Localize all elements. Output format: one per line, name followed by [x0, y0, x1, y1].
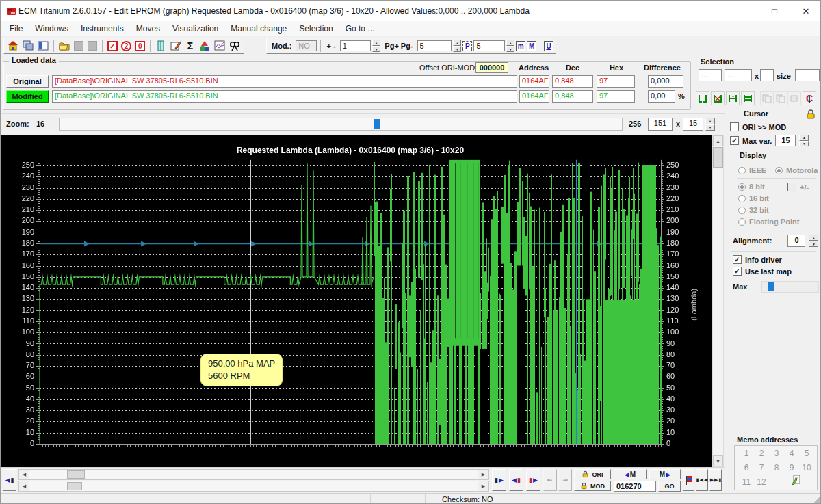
selection-start-field[interactable]: ... [699, 69, 722, 81]
next-map-button[interactable]: M▶ [649, 469, 681, 479]
ori-to-mod-checkbox[interactable]: ORI >> MOD [730, 122, 786, 131]
page2-spinner[interactable]: ▲▼ [506, 40, 514, 52]
scroll-right-icon[interactable]: ▶ [478, 481, 488, 491]
map-size-spinner[interactable]: ▲▼ [705, 118, 715, 131]
select-row-equal-icon[interactable] [741, 91, 755, 105]
find-icon[interactable] [228, 39, 242, 53]
deselect-icon[interactable] [711, 91, 725, 105]
graph-vertical-scrollbar[interactable]: ▲ ▼ [712, 135, 724, 467]
map-width-field[interactable]: 151 [648, 118, 673, 131]
last-map-button[interactable]: ▶▶▮ [709, 469, 722, 491]
selection-size-field[interactable] [795, 69, 820, 81]
flag-marker-button[interactable] [683, 469, 694, 491]
memo-edit-icon[interactable] [791, 475, 802, 485]
first-map-button[interactable]: ▮◀◀ [696, 469, 708, 491]
rotate-selection-icon[interactable]: C| [803, 91, 816, 105]
original-button[interactable]: Original [6, 75, 49, 88]
prev-map-button[interactable]: ◀M [614, 469, 647, 479]
step-field[interactable]: 1 [340, 40, 372, 51]
max-slider-thumb[interactable] [768, 282, 774, 291]
max-slider-track[interactable] [761, 281, 819, 293]
zoom-slider-track[interactable] [59, 118, 623, 131]
status-bar: Checksum: NO [1, 493, 821, 504]
checksum-2-icon[interactable]: 2 [120, 39, 132, 53]
vertical-scroll-thumb[interactable] [713, 147, 723, 168]
page-step-field[interactable]: 5 [417, 40, 452, 51]
close-button[interactable]: ✕ [790, 1, 821, 21]
original-hex-field: 97 [597, 75, 635, 88]
go-button[interactable]: GO [658, 481, 681, 492]
window-columns-icon[interactable] [36, 39, 50, 53]
menu-item-instruments[interactable]: Instruments [75, 22, 130, 36]
max-var-checkbox[interactable]: ✓ Max var. 15 ▲▼ [730, 135, 809, 146]
minimize-button[interactable]: — [727, 1, 759, 21]
scroll-left-icon[interactable]: ◀ [19, 481, 29, 491]
menu-item-manual-change[interactable]: Manual change [224, 22, 293, 36]
checksum-0-icon[interactable]: 0 [134, 39, 146, 53]
maximize-button[interactable]: □ [759, 1, 790, 21]
modified-path-field[interactable]: [DataBase]\ORIGINAL SW 37805-RL6-S510.BI… [52, 90, 517, 103]
select-column-icon[interactable] [696, 91, 709, 105]
zoom-slider-thumb[interactable] [374, 119, 380, 129]
scroll-up-icon[interactable]: ▲ [713, 135, 723, 146]
selection-end-field[interactable]: ... [725, 69, 752, 81]
prev-row-button[interactable]: ◀▮ [509, 469, 523, 491]
info-driver-checkbox[interactable]: ✓ Info driver [733, 255, 782, 264]
pan-left-button[interactable]: ◀▮ [3, 469, 16, 491]
modified-button[interactable]: Modified [6, 90, 49, 103]
next-row-button[interactable]: ▮▶ [526, 469, 540, 491]
alignment-spinner[interactable]: ▲▼ [809, 235, 818, 247]
original-path-field[interactable]: [DataBase]\ORIGINAL SW 37805-RL6-S510.BI… [52, 75, 517, 88]
menu-item-go-to[interactable]: Go to ... [339, 22, 381, 36]
zoom-row: Zoom: 16 256 151 x 15 ▲▼ [1, 113, 725, 135]
menu-item-visualization[interactable]: Visualization [166, 22, 224, 36]
home-icon[interactable] [6, 39, 20, 53]
checkbox-checked[interactable]: ✓ [730, 136, 739, 145]
shapes-icon[interactable] [198, 39, 211, 53]
use-last-map-checkbox[interactable]: ✓ Use last map [733, 267, 792, 276]
menu-item-file[interactable]: File [3, 22, 29, 36]
alignment-row: Alignment: 0 ▲▼ [733, 235, 818, 247]
checkbox-checked[interactable]: ✓ [733, 255, 742, 264]
scroll-down-icon[interactable]: ▼ [713, 455, 723, 466]
page2-field[interactable]: 5 [473, 40, 505, 51]
checksum-verify-icon[interactable]: ✓ [106, 39, 118, 53]
scroll-right-icon[interactable]: ▶ [478, 470, 488, 479]
graph-2d-icon[interactable] [213, 39, 226, 53]
menu-item-windows[interactable]: Windows [29, 22, 75, 36]
alignment-field[interactable]: 0 [787, 235, 805, 247]
resize-grip[interactable] [813, 496, 820, 503]
lock-icon[interactable] [805, 109, 816, 120]
menu-item-moves[interactable]: Moves [130, 22, 166, 36]
hscroll-thumb[interactable] [67, 470, 85, 479]
horizontal-scrollbar-top[interactable]: ◀ ▶ [18, 469, 489, 480]
hscroll-thumb[interactable] [67, 482, 82, 490]
min-value-icon[interactable]: m [516, 41, 525, 51]
table-column-icon[interactable] [154, 39, 168, 53]
goto-address-field[interactable]: 016270 [614, 481, 656, 492]
page-icon[interactable]: P [462, 41, 472, 51]
checkbox-checked[interactable]: ✓ [733, 267, 742, 276]
sum-icon[interactable]: Σ [184, 39, 196, 53]
lambda-graph-canvas[interactable] [1, 135, 712, 467]
step-right-button[interactable]: ▮▶ [492, 469, 506, 491]
map-height-field[interactable]: 15 [683, 118, 703, 131]
select-row-add-icon[interactable] [726, 91, 740, 105]
step-spinner[interactable]: ▲▼ [372, 40, 380, 52]
windows-copy-icon[interactable] [21, 39, 35, 53]
horizontal-scrollbar-bottom[interactable]: ◀ ▶ [18, 481, 489, 492]
max-value-icon[interactable]: M [527, 41, 536, 51]
max-var-field[interactable]: 15 [775, 135, 796, 146]
undo-icon[interactable]: U [544, 41, 553, 51]
column-header-address: Address [517, 64, 551, 72]
open-file-icon[interactable] [57, 39, 71, 53]
scroll-left-icon[interactable]: ◀ [19, 470, 29, 479]
max-var-spinner[interactable]: ▲▼ [799, 135, 809, 146]
lock-mod-button[interactable]: MOD [574, 481, 611, 491]
selection-rows-field[interactable] [760, 69, 774, 81]
lock-ori-button[interactable]: ORI [574, 469, 611, 479]
checkbox-unchecked[interactable] [730, 122, 739, 131]
page-spinner[interactable]: ▲▼ [453, 40, 461, 52]
menu-item-selection[interactable]: Selection [293, 22, 339, 36]
edit-map-icon[interactable] [169, 39, 183, 53]
